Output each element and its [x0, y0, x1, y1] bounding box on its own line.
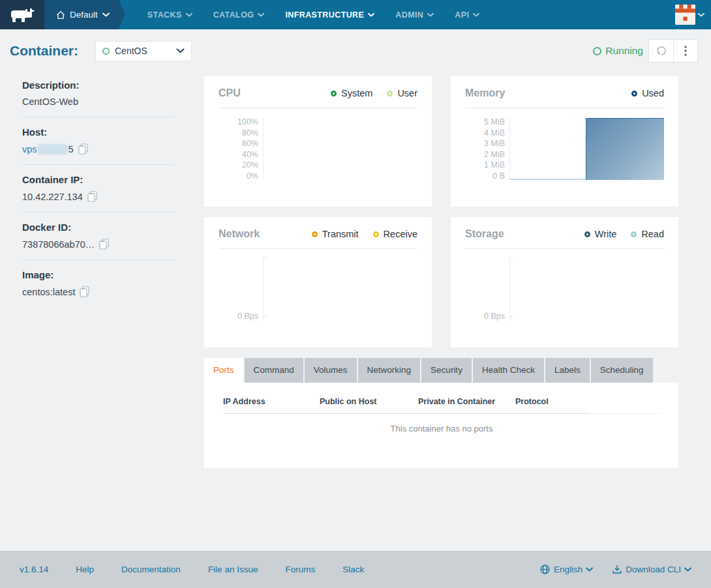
- tab-labels[interactable]: Labels: [545, 358, 590, 383]
- footer-link-slack[interactable]: Slack: [342, 565, 364, 574]
- storage-plot: 0 Bps: [465, 257, 664, 322]
- avatar-identicon: [675, 5, 695, 25]
- tab-networking[interactable]: Networking: [358, 358, 421, 383]
- host-link[interactable]: vps: [22, 144, 37, 154]
- legend-ring-icon: [312, 231, 318, 237]
- kebab-menu-icon: [684, 46, 687, 56]
- column-header-protocol[interactable]: Protocol: [515, 397, 587, 406]
- legend-label: Write: [595, 229, 617, 239]
- footer-link-forums[interactable]: Forums: [285, 565, 315, 574]
- nav-spacer: [490, 0, 675, 29]
- footer: v1.6.14 Help Documentation File an Issue…: [0, 551, 711, 588]
- copy-icon[interactable]: [87, 191, 97, 202]
- cpu-y-axis: 100%80%60% 40%20%0%: [219, 118, 263, 180]
- status-label: Running: [605, 45, 643, 57]
- rancher-cow-icon: [9, 7, 35, 23]
- nav-item-infrastructure[interactable]: INFRASTRUCTURE: [275, 0, 385, 29]
- divider: [465, 108, 664, 108]
- network-plot: 0 Bps: [219, 257, 417, 322]
- cpu-plot-area: [263, 118, 417, 180]
- container-info-sidebar: Description: CentOS-Web Host: vps5 Conta…: [22, 76, 175, 468]
- storage-legend: Write Read: [584, 229, 664, 239]
- divider: [219, 108, 417, 108]
- legend-ring-icon: [331, 91, 337, 96]
- legend-ring-icon: [584, 231, 590, 237]
- container-ip-section: Container IP: 10.42.227.134: [22, 174, 175, 202]
- memory-y-axis: 5 MiB4 MiB3 MiB 2 MiB1 MiB0 B: [465, 118, 509, 180]
- legend-ring-icon: [387, 91, 393, 96]
- network-axis-line: [263, 257, 264, 322]
- storage-chart-title: Storage: [465, 228, 504, 240]
- download-cli-menu[interactable]: Download CLI: [613, 565, 691, 574]
- cpu-chart-card: CPU System User 100%80%60% 40%20%0%: [204, 76, 432, 207]
- more-actions-button[interactable]: [673, 40, 697, 62]
- cpu-plot: 100%80%60% 40%20%0%: [219, 118, 417, 180]
- language-label: English: [554, 565, 582, 574]
- divider: [22, 259, 175, 260]
- cpu-legend: System User: [331, 88, 417, 98]
- cpu-chart-title: CPU: [219, 87, 241, 99]
- chevron-down-icon: [176, 48, 185, 53]
- chevron-down-icon: [698, 13, 704, 17]
- legend-ring-icon: [631, 231, 637, 237]
- copy-icon[interactable]: [99, 239, 109, 250]
- legend-label: Receive: [384, 229, 417, 239]
- image-label: Image:: [22, 269, 175, 280]
- nav-label: STACKS: [147, 10, 182, 20]
- status-badge: Running: [593, 45, 643, 57]
- docker-id-value: 73878066ab70…: [22, 239, 95, 250]
- column-header-ip-address[interactable]: IP Address: [223, 397, 320, 406]
- restart-button[interactable]: [649, 40, 673, 62]
- legend-label: Transmit: [322, 229, 359, 239]
- globe-icon: [540, 565, 550, 574]
- legend-label: Read: [641, 229, 664, 239]
- page-header: Container: CentOS Running: [0, 29, 711, 72]
- copy-icon[interactable]: [78, 143, 88, 154]
- divider: [465, 248, 664, 249]
- home-icon: [56, 10, 65, 20]
- nav-item-admin[interactable]: ADMIN: [385, 0, 444, 29]
- column-header-public-on-host[interactable]: Public on Host: [320, 397, 418, 406]
- memory-plot: 5 MiB4 MiB3 MiB 2 MiB1 MiB0 B: [465, 118, 664, 180]
- container-select[interactable]: CentOS: [95, 41, 192, 61]
- nav-item-catalog[interactable]: CATALOG: [203, 0, 275, 29]
- rancher-logo[interactable]: [0, 0, 44, 29]
- nav-items: STACKS CATALOG INFRASTRUCTURE ADMIN API: [137, 0, 491, 29]
- nav-item-stacks[interactable]: STACKS: [137, 0, 203, 29]
- description-section: Description: CentOS-Web: [22, 80, 175, 107]
- container-ip-label: Container IP:: [22, 174, 175, 185]
- restart-icon: [656, 45, 667, 57]
- tab-scheduling[interactable]: Scheduling: [591, 358, 653, 383]
- user-menu[interactable]: [675, 0, 711, 29]
- stat-charts: CPU System User 100%80%60% 40%20%0%: [204, 76, 678, 347]
- tab-ports[interactable]: Ports: [204, 358, 243, 383]
- copy-icon[interactable]: [80, 286, 89, 297]
- network-chart-title: Network: [219, 228, 260, 240]
- tab-health-check[interactable]: Health Check: [473, 358, 544, 383]
- column-header-private-in-container[interactable]: Private in Container: [418, 397, 515, 406]
- memory-plot-area: [509, 118, 664, 180]
- environment-selector[interactable]: Default: [44, 0, 119, 29]
- ports-table-header: IP Address Public on Host Private in Con…: [223, 397, 660, 414]
- divider: [219, 248, 417, 249]
- footer-link-documentation[interactable]: Documentation: [121, 565, 181, 574]
- nav-label: INFRASTRUCTURE: [285, 10, 364, 20]
- description-label: Description:: [22, 80, 175, 91]
- host-section: Host: vps5: [22, 126, 175, 154]
- legend-label: System: [341, 88, 372, 98]
- environment-label: Default: [70, 10, 98, 20]
- top-nav: Default STACKS CATALOG INFRASTRUCTURE AD…: [0, 0, 711, 29]
- docker-id-label: Docker ID:: [22, 222, 175, 233]
- footer-link-help[interactable]: Help: [76, 565, 94, 574]
- language-menu[interactable]: English: [540, 565, 593, 574]
- tab-volumes[interactable]: Volumes: [305, 358, 357, 383]
- ports-panel: IP Address Public on Host Private in Con…: [204, 383, 678, 468]
- chevron-down-icon: [427, 13, 434, 17]
- tab-command[interactable]: Command: [245, 358, 303, 383]
- tab-security[interactable]: Security: [421, 358, 472, 383]
- nav-item-api[interactable]: API: [444, 0, 490, 29]
- legend-ring-icon: [373, 231, 379, 237]
- chevron-down-icon: [186, 13, 192, 17]
- status-ring-icon: [102, 48, 110, 55]
- footer-link-file-an-issue[interactable]: File an Issue: [208, 565, 258, 574]
